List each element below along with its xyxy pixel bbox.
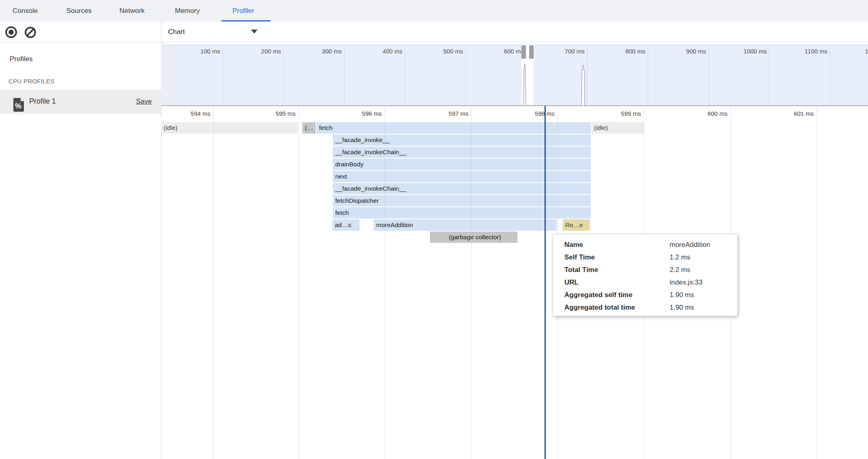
flame-bar[interactable]: (garbage collector)	[430, 232, 517, 243]
tooltip-row: Aggregated self time1.90 ms	[564, 289, 737, 301]
overview-boundary-line	[466, 45, 466, 105]
overview-boundary-line	[830, 45, 830, 105]
flame-bar[interactable]: __facade_invokeChain__	[333, 147, 591, 158]
overview-boundary-line	[223, 45, 223, 105]
detail-tick-label: 600 ms	[679, 110, 728, 117]
overview-tick-label: 200 ms	[232, 48, 281, 55]
flame-bar[interactable]: (…	[302, 122, 316, 134]
flame-bar[interactable]: (idle)	[591, 122, 644, 134]
flame-bar[interactable]: fetch	[333, 207, 591, 219]
tooltip-row: NamemoreAddition	[564, 238, 737, 251]
flame-bar[interactable]: Re…e	[563, 219, 590, 231]
overview-tick-label: 700 ms	[536, 48, 585, 55]
tab-profiler[interactable]: Profiler	[232, 0, 254, 21]
tooltip-row: URLindex.js:33	[564, 276, 737, 289]
overview-boundary-line	[283, 45, 284, 105]
overview-sample-spikes	[520, 61, 589, 106]
flame-bar[interactable]: (idle)	[161, 122, 298, 134]
detail-tick-label: 599 ms	[592, 110, 641, 117]
chevron-down-icon[interactable]	[251, 30, 257, 34]
overview-boundary-line	[648, 45, 648, 105]
detail-tick-label: 594 ms	[162, 110, 211, 117]
profile-document-icon: %	[13, 98, 24, 112]
toolbar-divider	[0, 42, 868, 42]
overview-tick-label: 1100 ms	[779, 48, 828, 55]
detail-tick-label: 596 ms	[333, 110, 382, 117]
detail-tick-label: 595 ms	[247, 110, 296, 117]
detail-gridline	[298, 108, 299, 459]
detail-gridline	[213, 108, 214, 459]
overview-tick-label: 100 ms	[172, 48, 220, 55]
overview-tick-label: 1000 ms	[718, 48, 767, 55]
flame-bar[interactable]: __facade_invoke__	[333, 134, 591, 146]
overview-tick-label: 300 ms	[293, 48, 342, 55]
overview-boundary-line	[769, 45, 770, 105]
overview-tick-label: 400 ms	[354, 48, 402, 55]
overview-boundary-line	[405, 45, 405, 105]
flame-bar[interactable]: next	[333, 171, 591, 182]
save-profile-link[interactable]: Save	[136, 98, 152, 106]
tooltip-row: Total Time2.2 ms	[564, 264, 737, 276]
overview-boundary-line	[708, 45, 709, 105]
overview-tick-label: 900 ms	[657, 48, 706, 55]
tab-network[interactable]: Network	[119, 0, 145, 21]
overview-boundary-line	[344, 45, 345, 105]
clear-icon[interactable]	[25, 27, 36, 38]
flame-bar[interactable]: __facade_invokeChain__	[333, 183, 591, 194]
profiler-panel: Console Sources Network Memory Profiler …	[0, 0, 868, 459]
profile-name: Profile 1	[29, 97, 56, 106]
detail-tick-label: 597 ms	[420, 110, 468, 117]
overview-tick-label: 1200 ms	[840, 48, 868, 55]
flame-bar[interactable]: ad…s	[332, 219, 360, 231]
flame-bar[interactable]: moreAddition	[374, 219, 557, 231]
flame-bar[interactable]: fetchDispatcher	[333, 195, 591, 206]
detail-gridline	[817, 108, 817, 459]
tab-memory[interactable]: Memory	[175, 0, 200, 21]
tooltip-row: Self Time1.2 ms	[564, 251, 737, 264]
tab-console[interactable]: Console	[13, 0, 38, 21]
frame-tooltip: NamemoreAddition Self Time1.2 ms Total T…	[553, 234, 738, 316]
profiles-heading: Profiles	[10, 55, 33, 63]
flame-bar[interactable]: fetch	[317, 122, 591, 134]
detail-tick-label: 598 ms	[506, 110, 555, 117]
selection-handle-right[interactable]	[529, 45, 534, 59]
overview-tick-label: 500 ms	[415, 48, 463, 55]
selection-handle-left[interactable]	[521, 45, 526, 59]
detail-gridline	[471, 108, 472, 459]
tooltip-row: Aggregated total time1.90 ms	[564, 301, 737, 314]
playhead-line	[545, 106, 546, 459]
detail-tick-label: 601 ms	[765, 110, 814, 117]
active-tab-underline	[221, 20, 270, 21]
svg-text:%: %	[15, 102, 21, 110]
detail-gridline	[385, 108, 385, 459]
overview-tick-label: 800 ms	[597, 48, 645, 55]
cpu-profiles-heading: CPU PROFILES	[9, 78, 55, 85]
tab-sources[interactable]: Sources	[66, 0, 91, 21]
overview-tick-label: 600 ms	[475, 48, 524, 55]
flame-bar[interactable]: drainBody	[333, 159, 591, 170]
view-mode-select[interactable]: Chart	[168, 28, 185, 36]
record-icon[interactable]	[5, 26, 17, 38]
